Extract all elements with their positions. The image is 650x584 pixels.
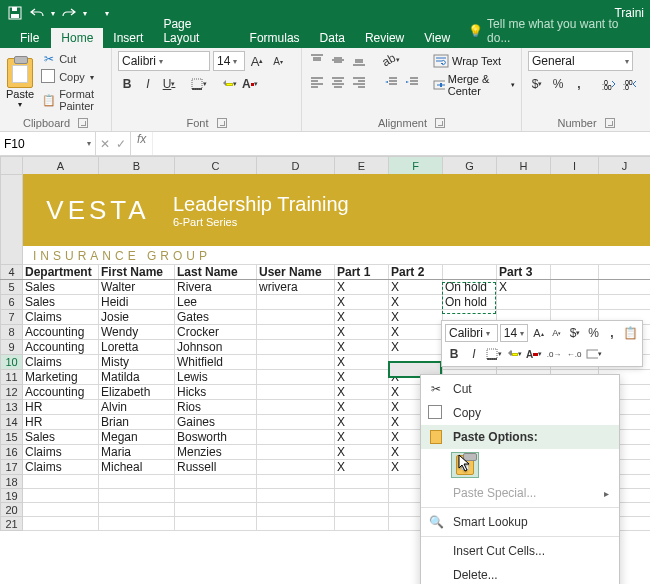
mini-italic[interactable]: I xyxy=(465,345,483,363)
orientation-button[interactable]: ab▾ xyxy=(382,51,400,69)
cell-part2[interactable]: X xyxy=(389,295,443,310)
save-icon[interactable] xyxy=(4,2,26,24)
cell-dept[interactable]: Sales xyxy=(23,430,99,445)
row-head-7[interactable]: 7 xyxy=(1,310,23,325)
cell-part1[interactable]: X xyxy=(335,295,389,310)
cell-part1[interactable]: X xyxy=(335,460,389,475)
paste-button[interactable]: Paste ▾ xyxy=(6,51,34,116)
undo-dropdown[interactable]: ▾ xyxy=(48,2,58,24)
cell-part1[interactable]: X xyxy=(335,310,389,325)
wrap-text-button[interactable]: Wrap Text xyxy=(433,51,515,71)
row-head-17[interactable]: 17 xyxy=(1,460,23,475)
tab-home[interactable]: Home xyxy=(51,28,103,48)
redo-icon[interactable] xyxy=(58,2,80,24)
row-head-6[interactable]: 6 xyxy=(1,295,23,310)
col-G[interactable]: G xyxy=(443,157,497,175)
dialog-launcher-icon[interactable] xyxy=(605,118,615,128)
cell-dept[interactable]: Sales xyxy=(23,295,99,310)
mini-decrease-font[interactable]: A▾ xyxy=(549,324,565,342)
cell-part1[interactable]: X xyxy=(335,325,389,340)
ctx-paste-default[interactable] xyxy=(451,452,479,478)
cell-g[interactable]: On hold xyxy=(443,295,497,310)
cell-username[interactable] xyxy=(257,385,335,400)
header-part1[interactable]: Part 1 xyxy=(335,265,389,280)
cell-part1[interactable]: X xyxy=(335,430,389,445)
cell-lastname[interactable]: Crocker xyxy=(175,325,257,340)
qat-customize[interactable]: ▾ xyxy=(96,2,118,24)
comma-style-button[interactable]: , xyxy=(570,75,588,93)
tab-insert[interactable]: Insert xyxy=(103,28,153,48)
dialog-launcher-icon[interactable] xyxy=(435,118,445,128)
decrease-indent-icon[interactable] xyxy=(382,73,400,91)
row-head-10[interactable]: 10 xyxy=(1,355,23,370)
number-format-select[interactable]: General▾ xyxy=(528,51,633,71)
tab-review[interactable]: Review xyxy=(355,28,414,48)
bold-button[interactable]: B xyxy=(118,75,136,93)
cell-firstname[interactable]: Megan xyxy=(99,430,175,445)
col-I[interactable]: I xyxy=(551,157,599,175)
cell-username[interactable] xyxy=(257,445,335,460)
mini-merge[interactable]: ▾ xyxy=(585,345,603,363)
name-box-input[interactable] xyxy=(4,137,64,151)
mini-dec-decimal[interactable]: ←.0 xyxy=(565,345,583,363)
cell-dept[interactable]: HR xyxy=(23,400,99,415)
spreadsheet-grid[interactable]: A B C D E F G H I J 4 Department First N… xyxy=(0,156,650,584)
cell-part1[interactable]: X xyxy=(335,415,389,430)
enter-formula-icon[interactable]: ✓ xyxy=(116,137,126,151)
cell-lastname[interactable]: Menzies xyxy=(175,445,257,460)
row-head-20[interactable]: 20 xyxy=(1,503,23,517)
cell-firstname[interactable]: Elizabeth xyxy=(99,385,175,400)
formula-input[interactable] xyxy=(152,132,650,155)
row-head-18[interactable]: 18 xyxy=(1,475,23,489)
cell-part3[interactable] xyxy=(497,295,551,310)
font-color-button[interactable]: A▾ xyxy=(241,75,259,93)
increase-indent-icon[interactable] xyxy=(403,73,421,91)
row-head-13[interactable]: 13 xyxy=(1,400,23,415)
cell-username[interactable] xyxy=(257,460,335,475)
cell-lastname[interactable]: Bosworth xyxy=(175,430,257,445)
cell-dept[interactable]: Sales xyxy=(23,280,99,295)
align-center-icon[interactable] xyxy=(329,73,347,91)
cell-part1[interactable]: X xyxy=(335,385,389,400)
row-head-14[interactable]: 14 xyxy=(1,415,23,430)
cell-username[interactable] xyxy=(257,340,335,355)
cell-username[interactable] xyxy=(257,370,335,385)
fx-label[interactable]: fx xyxy=(131,132,152,155)
ctx-delete[interactable]: Delete... xyxy=(421,563,619,584)
cell-dept[interactable]: Accounting xyxy=(23,325,99,340)
mini-font-name[interactable]: Calibri▾ xyxy=(445,324,498,342)
mini-comma[interactable]: , xyxy=(604,324,620,342)
cell-firstname[interactable]: Wendy xyxy=(99,325,175,340)
mini-increase-font[interactable]: A▴ xyxy=(530,324,546,342)
cell-lastname[interactable]: Lewis xyxy=(175,370,257,385)
fill-color-button[interactable]: ▾ xyxy=(220,75,238,93)
ctx-paste-options[interactable]: Paste Options: xyxy=(421,425,619,449)
copy-button[interactable]: Copy▾ xyxy=(40,69,105,85)
cell-dept[interactable]: Claims xyxy=(23,355,99,370)
ctx-copy[interactable]: Copy xyxy=(421,401,619,425)
cell-firstname[interactable]: Walter xyxy=(99,280,175,295)
align-bottom-icon[interactable] xyxy=(350,51,368,69)
cell-username[interactable] xyxy=(257,310,335,325)
col-D[interactable]: D xyxy=(257,157,335,175)
cell-lastname[interactable]: Lee xyxy=(175,295,257,310)
row-head-16[interactable]: 16 xyxy=(1,445,23,460)
decrease-decimal-icon[interactable]: .00.0 xyxy=(621,75,639,93)
cell-firstname[interactable]: Micheal xyxy=(99,460,175,475)
mini-inc-decimal[interactable]: .0→ xyxy=(545,345,563,363)
cell-g[interactable]: On hold xyxy=(443,280,497,295)
cell-dept[interactable]: Marketing xyxy=(23,370,99,385)
cell-part1[interactable]: X xyxy=(335,355,389,370)
header-first-name[interactable]: First Name xyxy=(99,265,175,280)
align-right-icon[interactable] xyxy=(350,73,368,91)
cell-part1[interactable]: X xyxy=(335,445,389,460)
ctx-cut[interactable]: ✂Cut xyxy=(421,377,619,401)
mini-currency[interactable]: $▾ xyxy=(567,324,583,342)
accounting-format-button[interactable]: $▾ xyxy=(528,75,546,93)
cell-lastname[interactable]: Gaines xyxy=(175,415,257,430)
cell-firstname[interactable]: Alvin xyxy=(99,400,175,415)
header-department[interactable]: Department xyxy=(23,265,99,280)
cell-username[interactable] xyxy=(257,430,335,445)
undo-icon[interactable] xyxy=(26,2,48,24)
mini-format-painter-icon[interactable]: 📋 xyxy=(622,324,639,342)
